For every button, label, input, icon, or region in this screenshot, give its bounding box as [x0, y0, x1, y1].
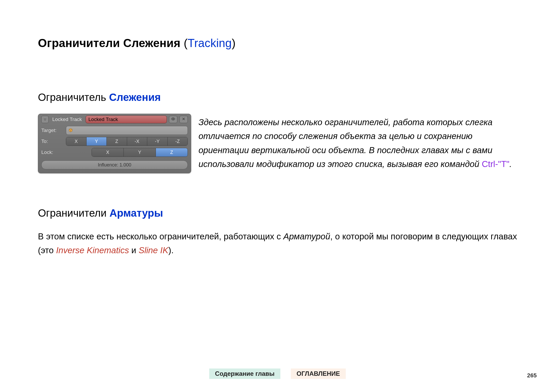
constraint-name-value: Locked Track [88, 117, 118, 122]
close-icon [182, 117, 186, 122]
page-number: 265 [527, 372, 537, 379]
section1-text: Здесь расположены несколько ограничителе… [199, 117, 492, 169]
title-part1: Ограничители Слежения [38, 37, 184, 49]
lock-axis-x[interactable]: X [92, 148, 124, 157]
constraint-panel-screenshot: ▽ Locked Track Locked Track [38, 114, 191, 173]
panel-header: ▽ Locked Track Locked Track [41, 114, 188, 125]
section1-paragraph: Здесь расположены несколько ограничителе… [199, 114, 517, 171]
footer-nav: Содержание главы ОГЛАВЛЕНИЕ [0, 368, 555, 379]
constraint-name-field[interactable]: Locked Track [86, 116, 167, 123]
section1-tail: . [509, 159, 512, 169]
target-field[interactable] [66, 126, 188, 135]
toc-link[interactable]: ОГЛАВЛЕНИЕ [291, 368, 346, 379]
section-tracking-heading: Ограничитель Слежения [38, 91, 517, 103]
to-axis-y[interactable]: Y [87, 137, 107, 146]
lock-axis-y[interactable]: Y [124, 148, 156, 157]
to-axis-x[interactable]: X [66, 137, 87, 146]
section2-and: и [129, 245, 139, 255]
title-tracking: Tracking [188, 37, 232, 49]
locked-track-panel: ▽ Locked Track Locked Track [38, 114, 191, 173]
target-row: Target: [41, 125, 188, 136]
section2-paragraph: В этом списке есть несколько ограничител… [38, 229, 517, 257]
section2-a: В этом списке есть несколько ограничител… [38, 232, 283, 241]
influence-label: Influence: 1.000 [98, 162, 131, 168]
triangle-down-icon: ▽ [44, 118, 46, 121]
eye-icon [171, 117, 175, 122]
influence-slider[interactable]: Influence: 1.000 [41, 160, 188, 169]
section2-sline: Sline IK [139, 245, 168, 255]
lock-axis-z[interactable]: Z [156, 148, 188, 157]
to-row: To: X Y Z -X -Y -Z [41, 136, 188, 147]
title-paren-open: ( [184, 37, 188, 49]
lock-label: Lock: [41, 149, 64, 155]
section2-ik: Inverse Kinematics [56, 245, 129, 255]
close-button[interactable] [179, 116, 188, 123]
to-label: To: [41, 139, 64, 144]
section1-highlight: Слежения [109, 91, 161, 103]
page-title: Ограничители Слежения (Tracking) [38, 37, 517, 50]
to-axis-z[interactable]: Z [107, 137, 127, 146]
lock-axis-group: X Y Z [92, 148, 188, 157]
section1-prefix: Ограничитель [38, 91, 109, 103]
section2-armature: Арматурой [283, 232, 330, 241]
collapse-toggle[interactable]: ▽ [41, 116, 49, 123]
section2-prefix: Ограничители [38, 207, 109, 219]
eye-button[interactable] [169, 116, 177, 123]
panel-type-label: Locked Track [52, 117, 82, 122]
target-label: Target: [41, 128, 64, 133]
to-axis-group: X Y Z -X -Y -Z [66, 137, 188, 146]
section2-tail: ). [168, 245, 174, 255]
svg-point-0 [173, 118, 174, 119]
lock-row: Lock: X Y Z [41, 147, 188, 158]
cube-icon [68, 128, 73, 133]
section1-command: Ctrl-"T" [482, 159, 509, 169]
to-axis-neg-z[interactable]: -Z [168, 137, 188, 146]
chapter-contents-link[interactable]: Содержание главы [209, 368, 280, 379]
to-axis-neg-x[interactable]: -X [127, 137, 148, 146]
title-paren-close: ) [232, 37, 236, 49]
to-axis-neg-y[interactable]: -Y [147, 137, 168, 146]
section2-highlight: Арматуры [109, 207, 163, 219]
section-armature-heading: Ограничители Арматуры [38, 207, 517, 219]
